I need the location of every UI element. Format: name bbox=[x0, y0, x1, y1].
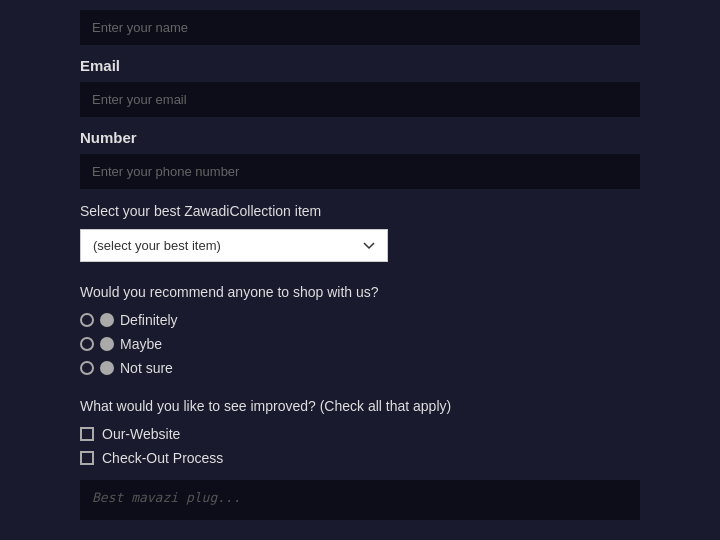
phone-input[interactable] bbox=[80, 154, 640, 189]
checkbox-box-our-website bbox=[80, 427, 94, 441]
radio-label-not-sure: Not sure bbox=[120, 360, 173, 376]
radio-outer-maybe bbox=[80, 337, 94, 351]
radio-outer-not-sure bbox=[80, 361, 94, 375]
item-select[interactable]: (select your best item) Item 1 Item 2 It… bbox=[80, 229, 388, 262]
select-wrapper: (select your best item) Item 1 Item 2 It… bbox=[80, 229, 640, 262]
radio-definitely[interactable]: Definitely bbox=[80, 312, 640, 328]
radio-group: Definitely Maybe Not sure bbox=[80, 312, 640, 376]
improve-question: What would you like to see improved? (Ch… bbox=[80, 398, 640, 414]
radio-label-maybe: Maybe bbox=[120, 336, 162, 352]
best-mavazi-textarea[interactable] bbox=[80, 480, 640, 520]
name-input[interactable] bbox=[80, 10, 640, 45]
radio-inner-not-sure bbox=[100, 361, 114, 375]
radio-label-definitely: Definitely bbox=[120, 312, 178, 328]
radio-inner-definitely bbox=[100, 313, 114, 327]
radio-outer-definitely bbox=[80, 313, 94, 327]
checkbox-our-website[interactable]: Our-Website bbox=[80, 426, 640, 442]
radio-inner-maybe bbox=[100, 337, 114, 351]
number-label: Number bbox=[80, 129, 640, 146]
form-container: Email Number Select your best ZawadiColl… bbox=[0, 0, 720, 530]
checkbox-label-our-website: Our-Website bbox=[102, 426, 180, 442]
email-label: Email bbox=[80, 57, 640, 74]
checkbox-group: Our-Website Check-Out Process bbox=[80, 426, 640, 466]
select-label: Select your best ZawadiCollection item bbox=[80, 203, 640, 219]
checkbox-check-out-process[interactable]: Check-Out Process bbox=[80, 450, 640, 466]
radio-maybe[interactable]: Maybe bbox=[80, 336, 640, 352]
radio-not-sure[interactable]: Not sure bbox=[80, 360, 640, 376]
checkbox-label-check-out-process: Check-Out Process bbox=[102, 450, 223, 466]
recommend-question: Would you recommend anyone to shop with … bbox=[80, 284, 640, 300]
email-input[interactable] bbox=[80, 82, 640, 117]
checkbox-box-check-out-process bbox=[80, 451, 94, 465]
